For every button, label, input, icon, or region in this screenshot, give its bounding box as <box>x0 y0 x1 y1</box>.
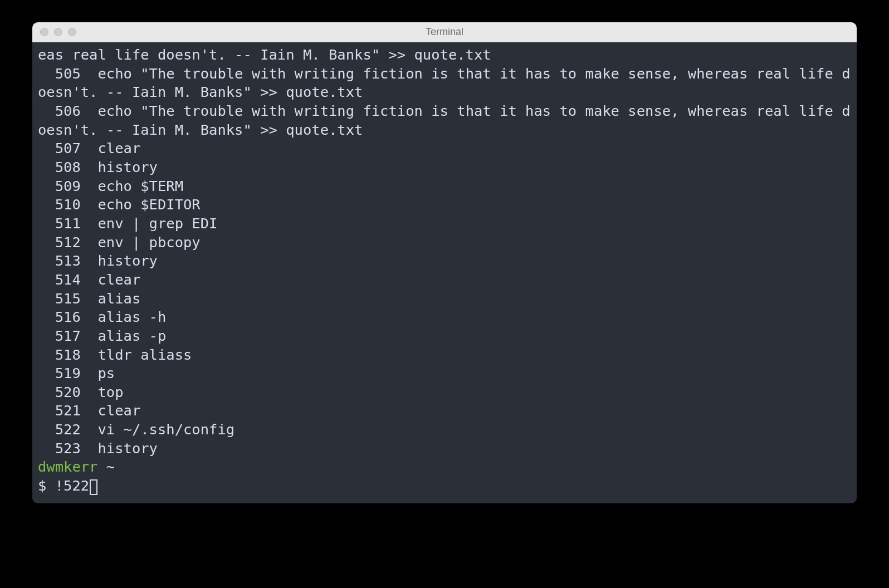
zoom-icon[interactable] <box>68 28 76 36</box>
close-icon[interactable] <box>40 28 48 36</box>
titlebar[interactable]: Terminal <box>32 22 857 42</box>
window-title: Terminal <box>32 26 857 38</box>
history-overflow-line: eas real life doesn't. -- Iain M. Banks"… <box>38 46 491 63</box>
minimize-icon[interactable] <box>54 28 62 36</box>
prompt-user: dwmkerr <box>38 458 97 475</box>
traffic-lights <box>32 28 76 36</box>
terminal-window: Terminal eas real life doesn't. -- Iain … <box>32 22 857 503</box>
prompt-symbol: $ <box>38 477 46 494</box>
cursor-icon <box>90 479 97 495</box>
history-list: 505 echo "The trouble with writing ficti… <box>38 65 850 457</box>
typed-command: !522 <box>55 477 89 494</box>
terminal-body[interactable]: eas real life doesn't. -- Iain M. Banks"… <box>32 42 857 503</box>
prompt-cwd: ~ <box>106 458 115 475</box>
